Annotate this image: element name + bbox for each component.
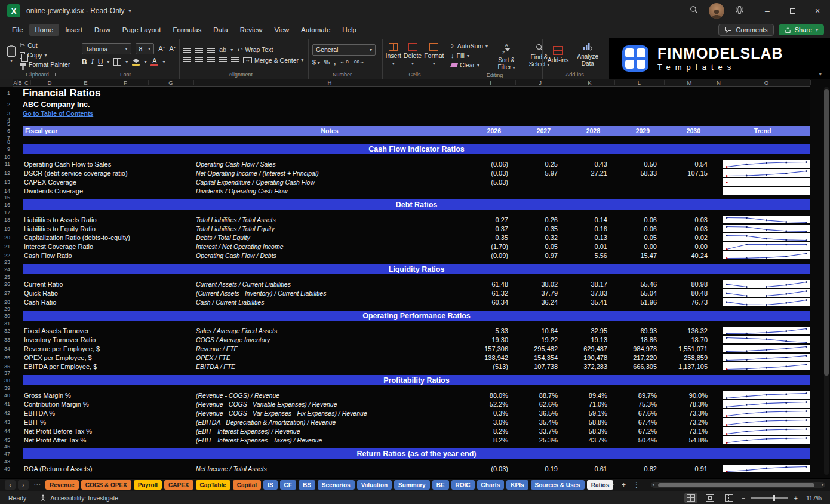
ratio-name-cell[interactable]: DSCR (debt service coverage ratio) [23,168,193,177]
value-cell[interactable]: 157,306 [466,344,515,353]
trend-cell[interactable] [723,159,810,168]
value-cell[interactable]: 107.15 [664,168,715,177]
value-cell[interactable]: 0.26 [515,215,565,224]
value-cell[interactable]: 0.25 [515,159,565,168]
value-cell[interactable]: 67.2% [614,426,664,435]
ratio-name-cell[interactable]: Liabilities to Equity Ratio [23,224,193,233]
value-cell[interactable]: 32.95 [565,326,614,335]
underline-button[interactable]: U [98,58,103,66]
ratio-note-cell[interactable]: OPEX / FTE [193,353,466,362]
value-cell[interactable]: 60.34 [466,297,515,306]
ratio-note-cell[interactable]: Total Liabilities / Total Assets [193,215,466,224]
paste-button[interactable]: ▾ [7,46,16,63]
ratio-name-cell[interactable]: Revenue per Employee, $ [23,344,193,353]
value-cell[interactable]: - [614,177,664,186]
tab-overflow-button[interactable]: ⋯ [605,481,617,489]
trend-cell[interactable] [723,426,810,435]
ratio-note-cell[interactable]: (Current Assets - Inventory) / Current L… [193,288,466,297]
value-cell[interactable]: 0.27 [466,215,515,224]
value-cell[interactable]: 58.8% [565,417,614,426]
value-cell[interactable]: 50.4% [614,435,664,444]
row-header-21[interactable]: 21 [0,242,13,251]
increase-indent-icon[interactable] [231,57,239,63]
minimize-button[interactable]: – [755,0,780,21]
header-fiscal-year[interactable]: Fiscal year [23,126,193,136]
row-header-17[interactable]: 17 [0,210,13,215]
column-header-a[interactable]: A [13,79,17,87]
value-cell[interactable]: 89.4% [565,391,614,399]
ratio-name-cell[interactable]: Capitalization Ratio (debts-to-equity) [23,233,193,242]
font-color-button[interactable]: A [150,57,158,66]
align-right-icon[interactable] [207,57,215,63]
column-header-k[interactable]: K [588,79,591,87]
section-header-operating-performance-ratios[interactable]: Operating Performance Ratios [23,311,810,321]
sheet-tab-scenarios[interactable]: Scenarios [318,480,355,490]
vertical-scrollbar-thumb[interactable] [824,89,829,376]
header-year-2030[interactable]: 2030 [664,126,715,136]
row-header-44[interactable]: 44 [0,426,13,435]
value-cell[interactable]: 38.02 [515,279,565,288]
row-header-2[interactable]: 2 [0,100,13,109]
value-cell[interactable]: (0.03) [466,168,515,177]
value-cell[interactable]: 80.48 [664,288,715,297]
sheet-tab-valuation[interactable]: Valuation [357,480,392,490]
sheet-tab-kpis[interactable]: KPIs [506,480,528,490]
row-header-35[interactable]: 35 [0,353,13,362]
value-cell[interactable]: 372,283 [565,362,614,371]
format-painter-button[interactable]: Format Painter [20,61,70,68]
value-cell[interactable]: 0.97 [515,251,565,260]
row-header-47[interactable]: 47 [0,448,13,459]
value-cell[interactable]: 78.3% [664,399,715,408]
value-cell[interactable]: 51.96 [614,297,664,306]
ratio-note-cell[interactable]: (EBITDA - Depreciation & Amortization) /… [193,417,466,426]
section-header-return-ratios-as-of-the-year-end[interactable]: Return Ratios (as of the year end) [23,448,810,459]
chevron-down-icon[interactable]: ▾ [129,8,131,14]
menu-tab-insert[interactable]: Insert [59,24,88,36]
value-cell[interactable]: 43.7% [565,435,614,444]
ratio-note-cell[interactable]: (EBIT - Interest Expenses - Taxes) / Rev… [193,435,466,444]
value-cell[interactable]: 0.01 [565,242,614,251]
ratio-note-cell[interactable]: Sales / Average Fixed Assets [193,326,466,335]
ratio-note-cell[interactable]: (Revenue - COGS - Variable Expenses) / R… [193,399,466,408]
ratio-name-cell[interactable]: Net Profit After Tax % [23,435,193,444]
value-cell[interactable]: 0.05 [515,242,565,251]
menu-tab-home[interactable]: Home [29,24,60,36]
network-icon[interactable] [735,5,744,17]
value-cell[interactable]: 0.61 [565,464,614,473]
menu-tab-formulas[interactable]: Formulas [167,24,207,36]
share-button[interactable]: Share ▾ [779,24,824,35]
value-cell[interactable]: 136.32 [664,326,715,335]
header-year-2027[interactable]: 2027 [515,126,565,136]
zoom-slider-thumb[interactable] [773,495,775,501]
accessibility-status[interactable]: Accessibility: Investigate [39,494,118,502]
dialog-launcher-icon[interactable] [256,73,259,76]
row-header-11[interactable]: 11 [0,159,13,168]
menu-tab-automate[interactable]: Automate [295,24,336,36]
trend-cell[interactable] [723,215,810,224]
value-cell[interactable]: 55.46 [614,279,664,288]
row-header-19[interactable]: 19 [0,224,13,233]
value-cell[interactable]: 0.02 [664,233,715,242]
ratio-note-cell[interactable]: Revenue / FTE [193,344,466,353]
horizontal-scrollbar[interactable]: ◂ ▸ [651,482,825,488]
increase-font-icon[interactable]: A▴ [158,45,165,53]
value-cell[interactable]: 80.98 [664,279,715,288]
value-cell[interactable]: 15.47 [614,251,664,260]
value-cell[interactable]: 190,478 [565,353,614,362]
value-cell[interactable]: 58.3% [565,426,614,435]
decrease-indent-icon[interactable] [219,57,227,63]
search-icon[interactable] [690,5,698,16]
percent-format-button[interactable]: % [324,59,330,66]
row-header-12[interactable]: 12 [0,168,13,177]
trend-cell[interactable] [723,417,810,426]
row-header-30[interactable]: 30 [0,311,13,321]
value-cell[interactable]: 37.79 [515,288,565,297]
decrease-decimal-icon[interactable]: .00→ [353,59,364,64]
value-cell[interactable]: 61.48 [466,279,515,288]
trend-cell[interactable] [723,335,810,344]
value-cell[interactable]: 67.4% [614,417,664,426]
row-header-40[interactable]: 40 [0,391,13,399]
sheet-tab-revenue[interactable]: Revenue [45,480,79,490]
ratio-name-cell[interactable]: Cash Flow Ratio [23,251,193,260]
font-family-select[interactable]: Tahoma▾ [82,43,131,54]
